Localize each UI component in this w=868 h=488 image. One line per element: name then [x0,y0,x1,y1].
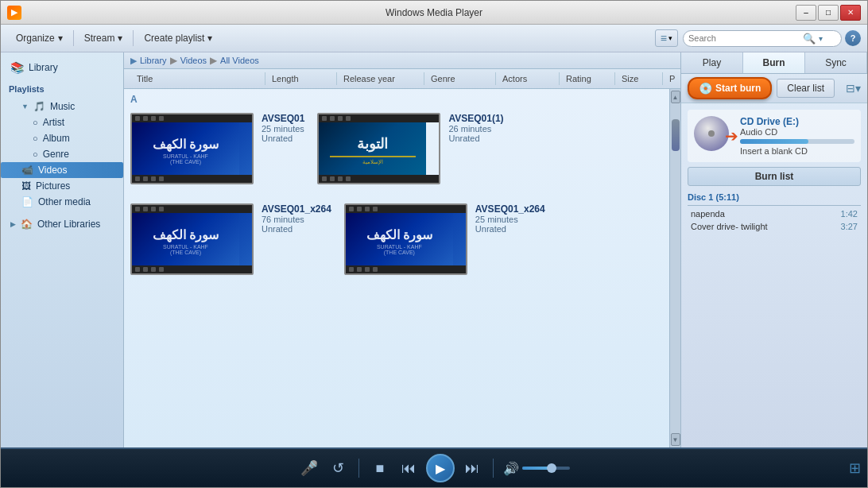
breadcrumb-videos-link[interactable]: Videos [180,56,207,65]
col-header-title[interactable]: Title [130,72,265,85]
minimize-button[interactable]: – [796,5,816,21]
sidebar-section-other-libraries: ▶ 🏠 Other Libraries [1,213,123,235]
section-letter-a: A [130,92,663,107]
library-body: A [124,89,669,447]
track-name-1: napenda [691,209,725,219]
title-bar-left: ▶ [7,6,21,20]
sidebar-item-other-libraries[interactable]: ▶ 🏠 Other Libraries [1,216,123,232]
toolbar-separator-1 [73,30,74,46]
view-chevron: ▾ [668,34,672,42]
video-content-2: التوبة الإسلامية [319,122,426,178]
volume-icon: 🔊 [503,461,519,476]
breadcrumb-library-link[interactable]: Library [140,56,167,65]
sidebar-item-album[interactable]: ○ Album [1,130,123,146]
scroll-up-arrow[interactable]: ▲ [671,91,680,103]
right-panel-tabs: Play Burn Sync [681,52,867,74]
next-button[interactable]: ⏭ [461,457,483,479]
film-strip-bottom-2 [319,175,439,183]
breadcrumb-all-videos-link[interactable]: All Videos [220,56,259,65]
maximize-button[interactable]: □ [818,5,839,21]
next-icon: ⏭ [465,460,479,477]
sidebar-item-pictures[interactable]: 🖼 Pictures [1,178,123,194]
view-options-button[interactable]: ≡ ▾ [655,29,678,47]
search-input[interactable] [688,33,800,43]
stream-chevron: ▾ [118,33,122,44]
sidebar-section-library: 📚 Library [1,56,123,79]
sub-text-1: SURATUL - KAHF(THE CAVE) [163,153,208,165]
video-content-3: سورة الكهف SURATUL - KAHF(THE CAVE) [132,213,239,269]
start-burn-button[interactable]: 💿 Start burn [688,77,772,99]
create-playlist-button[interactable]: Create playlist ▾ [135,29,221,48]
search-icon: 🔍 [803,33,816,45]
sidebar-item-artist[interactable]: ○ Artist [1,114,123,130]
sidebar-item-music[interactable]: ▼ 🎵 Music [1,99,123,114]
cd-disc [694,116,729,151]
list-item[interactable]: سورة الكهف SURATUL - KAHF(THE CAVE) [130,113,304,184]
video-rating-2: Unrated [448,134,503,143]
film-strip-top-2 [319,114,439,122]
organize-button[interactable]: Organize ▾ [7,29,72,48]
volume-knob[interactable] [547,463,556,473]
help-button[interactable]: ? [845,30,861,46]
col-header-genre[interactable]: Genre [424,72,496,85]
stream-button[interactable]: Stream ▾ [76,29,132,48]
col-header-p[interactable]: P [663,72,680,85]
video-rating-3: Unrated [262,224,331,234]
split-pane: 📚 Library Playlists ▼ 🎵 Music ○ Artist [1,52,867,447]
cd-progress-fill [740,139,808,144]
tab-burn[interactable]: Burn [743,52,805,73]
cd-drive-name[interactable]: CD Drive (E:) [740,116,854,127]
col-header-length[interactable]: Length [265,72,337,85]
col-header-actors[interactable]: Actors [496,72,560,85]
list-item[interactable]: سورة الكهف SURATUL - KAHF(THE CAVE) [344,203,545,275]
stop-icon: ■ [376,460,385,477]
mic-button[interactable]: 🎤 [298,457,320,479]
close-button[interactable]: ✕ [840,5,861,21]
video-thumbnail-4: سورة الكهف SURATUL - KAHF(THE CAVE) [344,203,467,275]
video-rating-4: Unrated [475,224,545,234]
window-controls: – □ ✕ [796,5,861,21]
grid-view-icon[interactable]: ⊞ [849,459,861,477]
video-duration-3: 76 minutes [262,215,331,224]
list-item[interactable]: سورة الكهف SURATUL - KAHF(THE CAVE) [130,203,331,275]
clear-list-button[interactable]: Clear list [777,79,835,98]
col-header-size[interactable]: Size [615,72,663,85]
stop-button[interactable]: ■ [369,457,391,479]
organize-chevron: ▾ [58,33,63,44]
address-bar: ▶ Library ▶ Videos ▶ All Videos [124,52,680,69]
panel-options-icon[interactable]: ⊟▾ [846,82,861,95]
tab-play[interactable]: Play [681,52,743,73]
prev-button[interactable]: ⏮ [397,457,420,479]
player-bar: 🎤 ↺ ■ ⏮ ▶ ⏭ 🔊 ⊞ [1,447,867,487]
scrollbar-thumb[interactable] [672,119,680,151]
sidebar-item-videos[interactable]: 📹 Videos [1,162,123,178]
disc-section: Disc 1 (5:11) napenda 1:42 Cover drive- … [688,191,861,233]
library-view: ▶ Library ▶ Videos ▶ All Videos Title Le… [124,52,680,447]
volume-bar[interactable] [522,467,570,470]
video-info-3: AVSEQ01_x264 76 minutes Unrated [262,203,331,234]
col-header-rating[interactable]: Rating [560,72,615,85]
sidebar-item-genre[interactable]: ○ Genre [1,146,123,162]
repeat-button[interactable]: ↺ [327,457,349,479]
play-button[interactable]: ▶ [426,454,455,482]
sidebar-item-other-media[interactable]: 📄 Other media [1,194,123,210]
film-strip-bottom-4 [346,265,466,273]
sub-text-3: SURATUL - KAHF(THE CAVE) [163,244,208,255]
content-area: 📚 Library Playlists ▼ 🎵 Music ○ Artist [1,52,867,447]
tab-sync[interactable]: Sync [805,52,867,73]
sidebar-playlists-label: Playlists [1,79,123,95]
search-dropdown[interactable]: ▾ [819,34,823,43]
volume-control[interactable]: 🔊 [503,461,570,476]
burn-area: ➔ CD Drive (E:) Audio CD Insert a blank … [681,103,867,447]
app-icon: ▶ [7,6,21,20]
col-header-release[interactable]: Release year [337,72,424,85]
video-thumbnail-1: سورة الكهف SURATUL - KAHF(THE CAVE) [130,113,254,184]
list-item[interactable]: التوبة الإسلامية [317,113,503,184]
search-box[interactable]: 🔍 ▾ [683,30,842,47]
breadcrumb-library: ▶ [130,56,137,66]
library-scrollbar[interactable]: ▲ ▼ [669,89,680,447]
scroll-down-arrow[interactable]: ▼ [671,433,680,446]
video-title-3: AVSEQ01_x264 [262,203,331,215]
cd-arrow-icon: ➔ [725,126,738,145]
sidebar-item-library[interactable]: 📚 Library [1,59,123,76]
